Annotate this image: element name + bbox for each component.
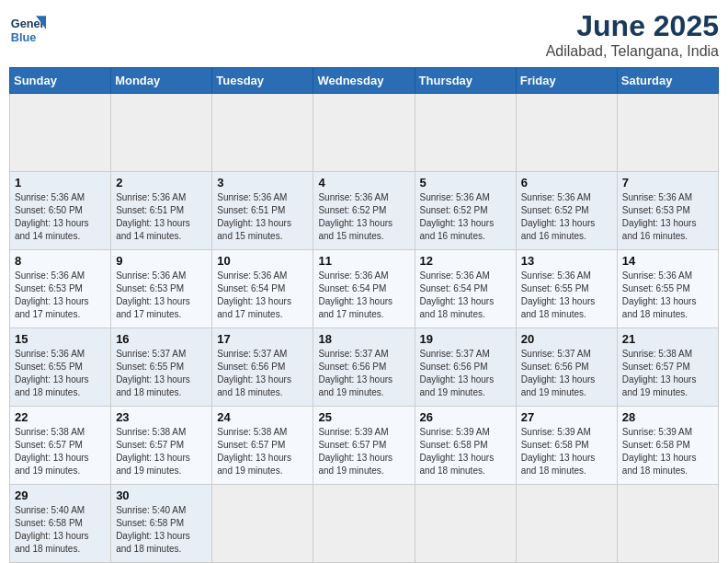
title-area: June 2025 Adilabad, Telangana, India <box>546 9 719 60</box>
day-number: 2 <box>116 176 207 190</box>
header-cell-sunday: Sunday <box>10 68 111 94</box>
calendar-cell: 29Sunrise: 5:40 AM Sunset: 6:58 PM Dayli… <box>10 485 111 563</box>
day-info: Sunrise: 5:40 AM Sunset: 6:58 PM Dayligh… <box>15 504 106 556</box>
calendar-cell <box>415 94 516 172</box>
day-info: Sunrise: 5:39 AM Sunset: 6:58 PM Dayligh… <box>420 426 511 477</box>
calendar-cell: 5Sunrise: 5:36 AM Sunset: 6:52 PM Daylig… <box>415 172 516 250</box>
calendar-cell: 27Sunrise: 5:39 AM Sunset: 6:58 PM Dayli… <box>516 407 617 485</box>
day-number: 20 <box>521 332 612 346</box>
day-info: Sunrise: 5:36 AM Sunset: 6:55 PM Dayligh… <box>622 270 713 321</box>
day-info: Sunrise: 5:36 AM Sunset: 6:52 PM Dayligh… <box>420 191 511 243</box>
calendar-cell: 20Sunrise: 5:37 AM Sunset: 6:56 PM Dayli… <box>516 328 617 407</box>
calendar-cell: 14Sunrise: 5:36 AM Sunset: 6:55 PM Dayli… <box>617 250 718 328</box>
calendar-cell: 22Sunrise: 5:38 AM Sunset: 6:57 PM Dayli… <box>10 407 111 485</box>
day-number: 15 <box>15 332 106 346</box>
day-number: 8 <box>15 254 106 268</box>
header-cell-wednesday: Wednesday <box>313 68 415 94</box>
day-info: Sunrise: 5:38 AM Sunset: 6:57 PM Dayligh… <box>622 348 713 399</box>
calendar-cell: 6Sunrise: 5:36 AM Sunset: 6:52 PM Daylig… <box>516 172 617 250</box>
calendar-week-6: 29Sunrise: 5:40 AM Sunset: 6:58 PM Dayli… <box>10 485 719 563</box>
calendar-table: SundayMondayTuesdayWednesdayThursdayFrid… <box>9 67 719 563</box>
svg-text:Blue: Blue <box>11 30 37 44</box>
calendar-cell <box>415 485 516 563</box>
day-number: 18 <box>318 332 409 346</box>
day-info: Sunrise: 5:36 AM Sunset: 6:52 PM Dayligh… <box>521 191 612 243</box>
day-info: Sunrise: 5:39 AM Sunset: 6:58 PM Dayligh… <box>521 426 612 477</box>
calendar-cell: 25Sunrise: 5:39 AM Sunset: 6:57 PM Dayli… <box>313 407 415 485</box>
day-number: 25 <box>318 410 409 424</box>
day-number: 11 <box>318 254 409 268</box>
calendar-cell: 18Sunrise: 5:37 AM Sunset: 6:56 PM Dayli… <box>313 328 415 407</box>
header-cell-saturday: Saturday <box>617 68 718 94</box>
calendar-cell <box>516 94 617 172</box>
calendar-cell: 17Sunrise: 5:37 AM Sunset: 6:56 PM Dayli… <box>212 328 313 407</box>
day-info: Sunrise: 5:36 AM Sunset: 6:53 PM Dayligh… <box>116 270 207 321</box>
day-info: Sunrise: 5:36 AM Sunset: 6:55 PM Dayligh… <box>521 270 612 321</box>
day-number: 27 <box>521 410 612 424</box>
day-info: Sunrise: 5:36 AM Sunset: 6:53 PM Dayligh… <box>15 270 106 321</box>
calendar-cell: 2Sunrise: 5:36 AM Sunset: 6:51 PM Daylig… <box>111 172 212 250</box>
calendar-cell <box>212 485 313 563</box>
day-number: 12 <box>420 254 511 268</box>
header-cell-friday: Friday <box>516 68 617 94</box>
calendar-cell: 16Sunrise: 5:37 AM Sunset: 6:55 PM Dayli… <box>111 328 212 407</box>
day-number: 13 <box>521 254 612 268</box>
day-number: 1 <box>15 176 106 190</box>
day-info: Sunrise: 5:37 AM Sunset: 6:56 PM Dayligh… <box>217 348 308 399</box>
calendar-body: 1Sunrise: 5:36 AM Sunset: 6:50 PM Daylig… <box>10 94 719 563</box>
day-number: 26 <box>420 410 511 424</box>
calendar-cell <box>10 94 111 172</box>
day-number: 28 <box>622 410 713 424</box>
day-info: Sunrise: 5:40 AM Sunset: 6:58 PM Dayligh… <box>116 504 207 556</box>
day-number: 5 <box>420 176 511 190</box>
day-number: 14 <box>622 254 713 268</box>
day-info: Sunrise: 5:37 AM Sunset: 6:56 PM Dayligh… <box>318 348 409 399</box>
day-info: Sunrise: 5:37 AM Sunset: 6:56 PM Dayligh… <box>420 348 511 399</box>
calendar-cell: 11Sunrise: 5:36 AM Sunset: 6:54 PM Dayli… <box>313 250 415 328</box>
day-number: 30 <box>116 488 207 502</box>
calendar-cell: 4Sunrise: 5:36 AM Sunset: 6:52 PM Daylig… <box>313 172 415 250</box>
calendar-cell <box>212 94 313 172</box>
day-info: Sunrise: 5:38 AM Sunset: 6:57 PM Dayligh… <box>15 426 106 477</box>
calendar-cell: 15Sunrise: 5:36 AM Sunset: 6:55 PM Dayli… <box>10 328 111 407</box>
day-number: 22 <box>15 410 106 424</box>
day-number: 16 <box>116 332 207 346</box>
calendar-cell: 3Sunrise: 5:36 AM Sunset: 6:51 PM Daylig… <box>212 172 313 250</box>
calendar-cell <box>516 485 617 563</box>
calendar-week-5: 22Sunrise: 5:38 AM Sunset: 6:57 PM Dayli… <box>10 407 719 485</box>
day-info: Sunrise: 5:36 AM Sunset: 6:54 PM Dayligh… <box>318 270 409 321</box>
day-number: 23 <box>116 410 207 424</box>
day-number: 21 <box>622 332 713 346</box>
calendar-cell <box>617 94 718 172</box>
day-number: 19 <box>420 332 511 346</box>
day-info: Sunrise: 5:38 AM Sunset: 6:57 PM Dayligh… <box>116 426 207 477</box>
day-number: 3 <box>217 176 308 190</box>
calendar-cell: 1Sunrise: 5:36 AM Sunset: 6:50 PM Daylig… <box>10 172 111 250</box>
calendar-cell: 23Sunrise: 5:38 AM Sunset: 6:57 PM Dayli… <box>111 407 212 485</box>
calendar-cell: 28Sunrise: 5:39 AM Sunset: 6:58 PM Dayli… <box>617 407 718 485</box>
day-info: Sunrise: 5:36 AM Sunset: 6:55 PM Dayligh… <box>15 348 106 399</box>
calendar-week-3: 8Sunrise: 5:36 AM Sunset: 6:53 PM Daylig… <box>10 250 719 328</box>
month-title: June 2025 <box>546 9 719 43</box>
calendar-week-4: 15Sunrise: 5:36 AM Sunset: 6:55 PM Dayli… <box>10 328 719 407</box>
calendar-cell: 7Sunrise: 5:36 AM Sunset: 6:53 PM Daylig… <box>617 172 718 250</box>
day-info: Sunrise: 5:37 AM Sunset: 6:55 PM Dayligh… <box>116 348 207 399</box>
header-cell-thursday: Thursday <box>415 68 516 94</box>
day-info: Sunrise: 5:36 AM Sunset: 6:54 PM Dayligh… <box>420 270 511 321</box>
day-info: Sunrise: 5:36 AM Sunset: 6:52 PM Dayligh… <box>318 191 409 243</box>
day-info: Sunrise: 5:36 AM Sunset: 6:51 PM Dayligh… <box>217 191 308 243</box>
calendar-cell: 30Sunrise: 5:40 AM Sunset: 6:58 PM Dayli… <box>111 485 212 563</box>
day-info: Sunrise: 5:36 AM Sunset: 6:53 PM Dayligh… <box>622 191 713 243</box>
calendar-cell: 8Sunrise: 5:36 AM Sunset: 6:53 PM Daylig… <box>10 250 111 328</box>
calendar-cell <box>313 485 415 563</box>
calendar-week-1 <box>10 94 719 172</box>
calendar-cell: 12Sunrise: 5:36 AM Sunset: 6:54 PM Dayli… <box>415 250 516 328</box>
header: General Blue June 2025 Adilabad, Telanga… <box>9 9 719 60</box>
location: Adilabad, Telangana, India <box>546 43 719 60</box>
day-info: Sunrise: 5:38 AM Sunset: 6:57 PM Dayligh… <box>217 426 308 477</box>
calendar-cell: 13Sunrise: 5:36 AM Sunset: 6:55 PM Dayli… <box>516 250 617 328</box>
calendar-cell <box>313 94 415 172</box>
day-info: Sunrise: 5:39 AM Sunset: 6:57 PM Dayligh… <box>318 426 409 477</box>
day-number: 7 <box>622 176 713 190</box>
day-info: Sunrise: 5:37 AM Sunset: 6:56 PM Dayligh… <box>521 348 612 399</box>
